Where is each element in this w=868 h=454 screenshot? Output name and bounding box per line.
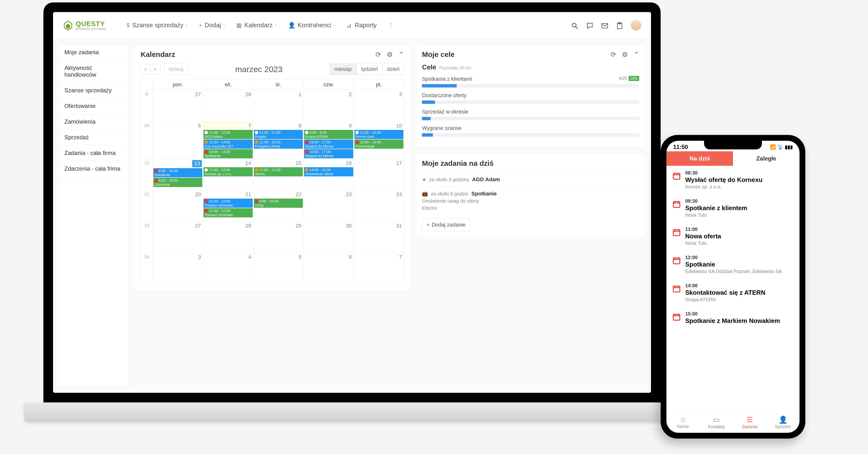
calendar-event[interactable]: 10:00 - 17:00Wyjazd do klienta — [304, 149, 353, 158]
calendar-event[interactable]: 11:00 - 12:00AGD Adam — [204, 130, 252, 139]
day-cell[interactable]: 7 11:00 - 12:00AGD Adam 11:00 - 14:00Czy… — [203, 122, 253, 159]
calendar-event[interactable]: 8:00 - 16:00Szkolenie — [153, 168, 202, 177]
calendar-event[interactable]: 13:00 - 14:00Spotkanie — [204, 149, 252, 158]
day-number: 6 — [304, 253, 353, 261]
day-cell[interactable]: 20 — [153, 190, 203, 222]
day-cell[interactable]: 3 — [354, 90, 404, 122]
view-week-button[interactable]: tydzień — [357, 64, 383, 75]
calendar-event[interactable]: 0:00 - 23:30Urlop — [254, 199, 303, 208]
day-cell[interactable]: 31 — [354, 222, 404, 253]
day-cell[interactable]: 28 — [203, 222, 253, 253]
logo[interactable]: QUESTY BUSINESS SOFTWARE — [63, 20, 106, 31]
nav-tasks[interactable]: ☰Zadania — [733, 413, 766, 433]
search-icon[interactable] — [571, 21, 579, 30]
day-cell[interactable]: 27 — [153, 90, 203, 122]
day-cell[interactable]: 17 — [354, 159, 404, 190]
calendar-event[interactable]: 11:00 - 13:00Promo start — [354, 130, 403, 139]
refresh-icon[interactable]: ⟳ — [611, 51, 616, 59]
gear-icon[interactable]: ⚙ — [387, 51, 393, 59]
gear-icon[interactable]: ⚙ — [622, 51, 628, 59]
phone-task-row[interactable]: 12:00 Spotkanie Edelweiss SA Oddział Poz… — [666, 250, 800, 279]
phone-task-row[interactable]: 09:30 Spotkanie z klientem Nova Tuls — [666, 194, 800, 222]
clipboard-icon[interactable] — [616, 21, 623, 30]
phone-task-row[interactable]: 11:00 Nowa oferta Nova Tuls — [666, 222, 800, 250]
view-day-button[interactable]: dzień — [383, 64, 404, 75]
sidebar-item-chances[interactable]: Szanse sprzedaży — [59, 83, 128, 98]
add-task-button[interactable]: + Dodaj zadanie — [422, 219, 470, 231]
day-cell[interactable]: 7 — [354, 253, 404, 284]
sidebar-item-sales[interactable]: Sprzedaż — [59, 130, 128, 145]
content-area: Moje zadania Aktywność handlowców Szanse… — [53, 38, 651, 393]
tab-overdue[interactable]: Zaległe — [733, 151, 800, 166]
calendar-event[interactable]: 10:00 - 17:00Wyjazd do klienta — [304, 139, 353, 149]
phone-task-row[interactable]: 15:00 Spotkanie z Markiem Nowakiem — [666, 307, 800, 329]
day-cell[interactable]: 23 — [304, 190, 354, 222]
calendar-event[interactable]: 11:00 - 14:00Czy wszystko ok? — [204, 139, 252, 149]
calendar-event[interactable]: 11:00 - 12:00Tomasz rozmowa — [204, 208, 252, 217]
day-cell[interactable]: 28 — [203, 90, 253, 122]
day-cell[interactable]: 22 0:00 - 23:30Urlop — [253, 190, 303, 222]
nav-home[interactable]: ⌂Home — [666, 413, 700, 433]
chevron-up-icon[interactable]: ⌃ — [633, 51, 639, 59]
day-cell[interactable]: 2 — [304, 90, 354, 122]
next-month-button[interactable]: › — [151, 64, 160, 74]
today-button[interactable]: dzisiaj — [164, 63, 188, 75]
nav-calendar[interactable]: ▦ Kalendarz › — [230, 19, 282, 31]
avatar[interactable] — [631, 20, 641, 31]
sidebar-item-activity[interactable]: Aktywność handlowców — [59, 60, 128, 83]
phone-task-row[interactable]: 14:00 Skontaktować się z ATERN Grupa ATE… — [666, 279, 800, 307]
day-cell[interactable]: 15 11:00 - 12:00Oferta — [253, 159, 303, 190]
calendar-event[interactable]: 11:00 - 12:00Oferta — [254, 167, 303, 176]
tab-today[interactable]: Na dziś — [666, 151, 733, 166]
day-cell[interactable]: 29 — [253, 222, 303, 253]
calendar-event[interactable]: 12:00 - 14:00Prezentacja — [354, 139, 403, 149]
day-cell[interactable]: 24 — [354, 190, 404, 222]
today-task-row[interactable]: ★ za około 3 godziny AGD Adam — [422, 172, 639, 187]
sidebar-item-offering[interactable]: Ofertowanie — [59, 98, 128, 114]
calendar-event[interactable]: 11:00 - 12:00Kornex sp. z o.o. — [204, 167, 252, 176]
day-cell[interactable]: 3 — [153, 253, 203, 284]
nav-contractors[interactable]: 👤 Kontrahenci › — [282, 19, 341, 31]
day-cell[interactable]: 6 — [153, 122, 203, 159]
sidebar-item-orders[interactable]: Zamówienia — [59, 114, 128, 130]
nav-reports[interactable]: Raporty — [341, 19, 382, 31]
day-cell[interactable]: 6 — [304, 253, 354, 284]
refresh-icon[interactable]: ⟳ — [375, 51, 381, 59]
view-month-button[interactable]: miesiąc — [330, 64, 357, 75]
day-cell[interactable]: 30 — [304, 222, 354, 253]
prev-month-button[interactable]: ‹ — [141, 64, 151, 74]
day-cell[interactable]: 13 8:00 - 16:00Szkolenie 8:00 - 16:00Szk… — [153, 159, 203, 190]
nav-contacts[interactable]: ▭Kontakty — [700, 413, 733, 433]
sidebar-item-events-all[interactable]: Zdarzenia - cała frima — [59, 161, 128, 176]
day-cell[interactable]: 16 14:00 - 15:00Omówienie oferty — [304, 159, 354, 190]
day-cell[interactable]: 8 11:00 - 17:00Projekt 11:30 - 13:30Przy… — [253, 122, 303, 159]
calendar-event[interactable]: 11:00 - 17:00Projekt — [254, 130, 303, 139]
day-cell[interactable]: 21 11:00 - 12:00Tomasz rozmowa 11:00 - 1… — [203, 190, 253, 222]
chat-icon[interactable] — [586, 21, 594, 30]
calendar-event[interactable]: 11:00 - 12:00Tomasz rozmowa — [204, 199, 252, 208]
day-cell[interactable]: 10 11:00 - 13:00Promo start 12:00 - 14:0… — [354, 122, 404, 159]
calendar-event[interactable]: 11:30 - 13:30Przygotuj ofertę — [254, 139, 303, 149]
today-task-row[interactable]: 💼 za około 5 godzin Spotkanie Omówienie … — [422, 187, 639, 215]
day-cell[interactable]: 1 — [253, 90, 303, 122]
day-cell[interactable]: 4 — [203, 253, 253, 284]
sidebar-item-mytasks[interactable]: Moje zadania — [59, 44, 128, 60]
nav-sync[interactable]: 👤Synchro — [766, 413, 800, 433]
event-icon — [305, 140, 308, 144]
calendar-event[interactable]: 8:00 - 16:00Szkolenie — [153, 178, 202, 187]
phone-task-row[interactable]: 08:30 Wysłać ofertę do Kornexu Kornex sp… — [666, 166, 800, 194]
day-cell[interactable]: 27 — [153, 222, 203, 253]
day-cell[interactable]: 14 11:00 - 12:00Kornex sp. z o.o. — [203, 159, 253, 190]
calendar-event[interactable]: 14:00 - 15:00Omówienie oferty — [304, 167, 353, 176]
goal-row: Sprzedaż w okresie — [422, 109, 639, 120]
nav-add[interactable]: + Dodaj › — [193, 19, 230, 31]
nav-sales-chances[interactable]: $ Szanse sprzedaży › — [121, 19, 193, 31]
nav-more[interactable]: ⋮ — [382, 20, 400, 31]
day-cell[interactable]: 5 — [253, 253, 303, 284]
day-cell[interactable]: 9 8:00 - 9:00Grupa ATERN 10:00 - 17:00Wy… — [304, 122, 354, 159]
calendar-event[interactable]: 8:00 - 9:00Grupa ATERN — [304, 130, 353, 139]
chevron-up-icon[interactable]: ⌃ — [399, 51, 404, 59]
sidebar-item-tasks-all[interactable]: Zadania - cała firma — [59, 145, 128, 161]
mail-icon[interactable] — [601, 21, 609, 30]
phone-task-list[interactable]: 08:30 Wysłać ofertę do Kornexu Kornex sp… — [666, 166, 800, 413]
